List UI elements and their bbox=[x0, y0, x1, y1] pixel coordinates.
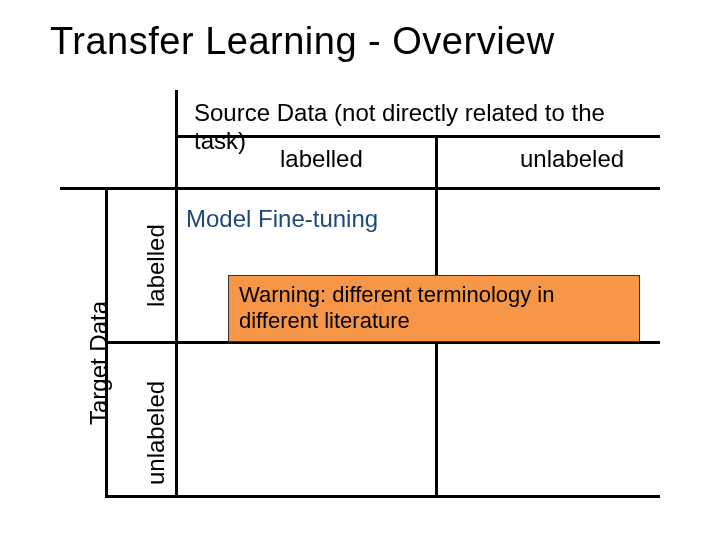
slide-title: Transfer Learning - Overview bbox=[50, 20, 555, 63]
column-unlabeled: unlabeled bbox=[520, 145, 624, 173]
grid-line bbox=[175, 90, 178, 498]
grid-diagram: Source Data (not directly related to the… bbox=[60, 95, 660, 505]
target-axis-label: Target Data bbox=[85, 301, 113, 425]
grid-line bbox=[105, 495, 660, 498]
column-labelled: labelled bbox=[280, 145, 363, 173]
cell-fine-tuning: Model Fine-tuning bbox=[186, 205, 378, 233]
row-unlabeled: unlabeled bbox=[142, 381, 170, 485]
warning-callout: Warning: different terminology in differ… bbox=[228, 275, 640, 342]
row-labelled: labelled bbox=[142, 224, 170, 307]
slide: Transfer Learning - Overview Source Data… bbox=[0, 0, 720, 540]
grid-line bbox=[60, 187, 660, 190]
